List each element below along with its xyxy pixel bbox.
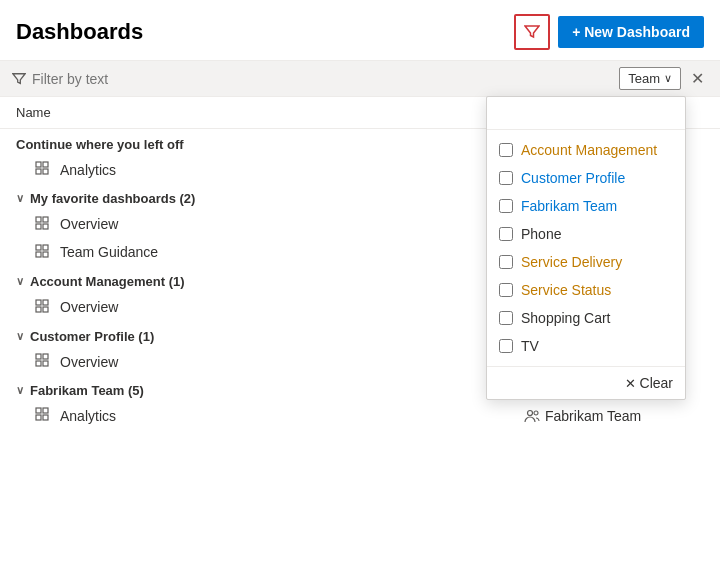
- chevron-icon: ∨: [16, 384, 24, 397]
- row-name: Analytics: [60, 162, 516, 178]
- chevron-icon: ∨: [16, 275, 24, 288]
- team-filter-dropdown: Account Management Customer Profile Fabr…: [486, 96, 686, 400]
- row-name: Overview: [60, 216, 491, 232]
- chevron-icon: ∨: [16, 192, 24, 205]
- team-dropdown-label: Team: [628, 71, 660, 86]
- dropdown-item[interactable]: Fabrikam Team: [487, 192, 685, 220]
- clear-label: Clear: [640, 375, 673, 391]
- filter-bar: Team ∨ ✕: [0, 61, 720, 97]
- new-dashboard-button[interactable]: + New Dashboard: [558, 16, 704, 48]
- svg-rect-15: [43, 252, 48, 257]
- dropdown-item-checkbox[interactable]: [499, 255, 513, 269]
- dashboard-grid-icon: [32, 407, 52, 424]
- svg-rect-3: [43, 169, 48, 174]
- page-title: Dashboards: [16, 19, 143, 45]
- svg-rect-6: [36, 217, 41, 222]
- dashboard-grid-icon: [32, 299, 52, 316]
- dashboard-grid-icon: [32, 161, 52, 178]
- row-team: Fabrikam Team: [524, 408, 704, 424]
- dropdown-item[interactable]: Shopping Cart: [487, 304, 685, 332]
- filter-text-input[interactable]: [32, 71, 613, 87]
- filter-bar-icon: [12, 72, 26, 86]
- row-name: Analytics: [60, 408, 516, 424]
- svg-rect-13: [43, 245, 48, 250]
- dropdown-item-checkbox[interactable]: [499, 227, 513, 241]
- dropdown-item-label: Phone: [521, 226, 561, 242]
- dropdown-item[interactable]: Service Delivery: [487, 248, 685, 276]
- section-label: Customer Profile (1): [30, 329, 154, 344]
- close-icon: ✕: [625, 376, 636, 391]
- svg-rect-1: [43, 162, 48, 167]
- svg-rect-19: [43, 300, 48, 305]
- dropdown-item-checkbox[interactable]: [499, 311, 513, 325]
- row-name: Team Guidance: [60, 244, 491, 260]
- close-filter-button[interactable]: ✕: [687, 69, 708, 88]
- header-actions: + New Dashboard: [514, 14, 704, 50]
- row-name: Overview: [60, 354, 516, 370]
- svg-rect-12: [36, 245, 41, 250]
- section-label: Account Management (1): [30, 274, 185, 289]
- dropdown-item-label: Account Management: [521, 142, 657, 158]
- dropdown-item-label: Shopping Cart: [521, 310, 611, 326]
- dashboard-grid-icon: [32, 353, 52, 370]
- dropdown-item-label: Service Delivery: [521, 254, 622, 270]
- dropdown-search-input[interactable]: [503, 105, 678, 121]
- filter-icon: [524, 24, 540, 40]
- svg-rect-2: [36, 169, 41, 174]
- dropdown-item[interactable]: Phone: [487, 220, 685, 248]
- svg-rect-32: [36, 415, 41, 420]
- svg-point-35: [534, 411, 538, 415]
- dropdown-item-checkbox[interactable]: [499, 199, 513, 213]
- dropdown-list: Account Management Customer Profile Fabr…: [487, 130, 685, 366]
- dropdown-item-checkbox[interactable]: [499, 283, 513, 297]
- dropdown-footer[interactable]: ✕ Clear: [487, 366, 685, 399]
- section-label: Continue where you left off: [16, 137, 184, 152]
- dropdown-item-label: Customer Profile: [521, 170, 625, 186]
- svg-rect-25: [43, 354, 48, 359]
- dropdown-item-checkbox[interactable]: [499, 143, 513, 157]
- page-header: Dashboards + New Dashboard: [0, 0, 720, 61]
- filter-icon-button[interactable]: [514, 14, 550, 50]
- team-name: Fabrikam Team: [545, 408, 641, 424]
- column-name-header: Name: [16, 105, 504, 120]
- people-icon: [524, 409, 540, 423]
- dropdown-item-label: TV: [521, 338, 539, 354]
- svg-rect-18: [36, 300, 41, 305]
- dropdown-item[interactable]: Account Management: [487, 136, 685, 164]
- table-row[interactable]: Analytics Fabrikam Team: [0, 402, 720, 429]
- team-dropdown[interactable]: Team ∨: [619, 67, 681, 90]
- dropdown-item-label: Fabrikam Team: [521, 198, 617, 214]
- svg-rect-7: [43, 217, 48, 222]
- dropdown-item-checkbox[interactable]: [499, 171, 513, 185]
- svg-rect-9: [43, 224, 48, 229]
- svg-rect-14: [36, 252, 41, 257]
- section-label: My favorite dashboards (2): [30, 191, 195, 206]
- svg-rect-21: [43, 307, 48, 312]
- dashboard-grid-icon: [32, 216, 52, 233]
- section-label: Fabrikam Team (5): [30, 383, 144, 398]
- svg-rect-0: [36, 162, 41, 167]
- dropdown-item[interactable]: Service Status: [487, 276, 685, 304]
- dropdown-item-label: Service Status: [521, 282, 611, 298]
- svg-rect-26: [36, 361, 41, 366]
- svg-rect-24: [36, 354, 41, 359]
- dropdown-item-checkbox[interactable]: [499, 339, 513, 353]
- dropdown-item[interactable]: Customer Profile: [487, 164, 685, 192]
- chevron-icon: ∨: [16, 330, 24, 343]
- chevron-down-icon: ∨: [664, 72, 672, 85]
- row-name: Overview: [60, 299, 491, 315]
- svg-rect-30: [36, 408, 41, 413]
- dropdown-search-container: [487, 97, 685, 130]
- svg-rect-27: [43, 361, 48, 366]
- dashboard-grid-icon: [32, 244, 52, 261]
- svg-rect-31: [43, 408, 48, 413]
- svg-rect-20: [36, 307, 41, 312]
- svg-rect-33: [43, 415, 48, 420]
- dropdown-item[interactable]: TV: [487, 332, 685, 360]
- svg-point-34: [528, 410, 533, 415]
- svg-rect-8: [36, 224, 41, 229]
